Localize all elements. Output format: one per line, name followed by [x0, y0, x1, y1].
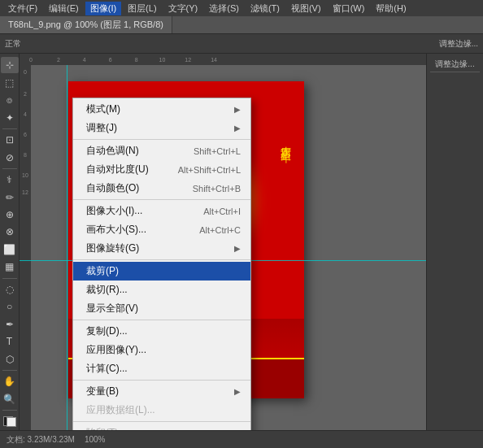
tool-separator-2	[2, 168, 17, 169]
right-panel: 调整边缘...	[426, 54, 483, 430]
dropdown-menu: 模式(M) ▶ 调整(J) ▶ 自动色调(N) Shift+Ctrl+L 自动对…	[72, 98, 251, 430]
menu-item-rotate-arrow: ▶	[234, 244, 241, 253]
ruler-top: 0 2 4 6 8 10 12 14	[20, 54, 426, 65]
tool-separator-1	[2, 128, 17, 129]
menu-item-variables-label: 变量(B)	[86, 385, 119, 398]
menu-select[interactable]: 选择(S)	[204, 2, 244, 15]
menu-item-canvas-size-label: 画布大小(S)...	[86, 223, 146, 237]
color-swatch[interactable]	[3, 416, 16, 427]
menu-item-auto-tone[interactable]: 自动色调(N) Shift+Ctrl+L	[73, 141, 250, 160]
menu-file[interactable]: 文件(F)	[3, 2, 42, 15]
tool-dodge[interactable]: ○	[1, 298, 19, 315]
menu-item-apply-data: 应用数据组(L)...	[73, 401, 250, 420]
menu-item-image-size-label: 图像大小(I)...	[86, 204, 142, 218]
menu-bar: 文件(F) 编辑(E) 图像(I) 图层(L) 文字(Y) 选择(S) 滤镜(T…	[0, 0, 483, 16]
side-text-year-label: 农历丁酉年	[278, 138, 293, 146]
menu-item-image-size-shortcut: Alt+Ctrl+I	[203, 207, 241, 216]
menu-text[interactable]: 文字(Y)	[163, 2, 203, 15]
menu-item-duplicate-label: 复制(D)...	[86, 324, 128, 338]
menu-section-1: 模式(M) ▶ 调整(J) ▶	[73, 98, 250, 140]
menu-section-7: 陷印(T)...	[73, 422, 250, 430]
menu-item-crop[interactable]: 裁剪(P)	[73, 262, 250, 281]
main-area: ⊹ ⬚ ⌾ ✦ ⊡ ⊘ ⚕ ✏ ⊕ ⊗ ⬜ ▦ ◌ ○ ✒ T ⬡ ✋ 🔍 0 …	[0, 54, 483, 430]
menu-item-apply-image[interactable]: 应用图像(Y)...	[73, 341, 250, 359]
menu-help[interactable]: 帮助(H)	[371, 2, 411, 15]
status-zoom: 100%	[85, 435, 106, 444]
menu-item-auto-contrast-shortcut: Alt+Shift+Ctrl+L	[178, 165, 241, 175]
menu-item-reveal[interactable]: 显示全部(V)	[73, 299, 250, 318]
menu-section-4: 裁剪(P) 裁切(R)... 显示全部(V)	[73, 260, 250, 320]
menu-section-5: 复制(D)... 应用图像(Y)... 计算(C)...	[73, 320, 250, 381]
menu-item-auto-color[interactable]: 自动颜色(O) Shift+Ctrl+B	[73, 179, 250, 198]
tool-pen[interactable]: ✒	[1, 316, 19, 333]
menu-item-mode-arrow: ▶	[234, 105, 241, 114]
background-color[interactable]	[7, 417, 16, 427]
tool-heal[interactable]: ⚕	[1, 172, 19, 188]
menu-item-adjust[interactable]: 调整(J) ▶	[73, 119, 250, 137]
menu-view[interactable]: 视图(V)	[286, 2, 326, 15]
active-tab[interactable]: T68nL_9.png @ 100% (图层 1, RGB/8)	[0, 16, 172, 33]
tool-zoom[interactable]: 🔍	[1, 390, 19, 407]
card-side-text: 农历丁酉年	[278, 138, 293, 146]
menu-item-auto-color-shortcut: Shift+Ctrl+B	[193, 184, 241, 194]
menu-item-reveal-label: 显示全部(V)	[86, 302, 138, 315]
status-bar: 文档: 3.23M/3.23M 100%	[0, 430, 483, 448]
panel-title: 调整边缘...	[430, 57, 480, 72]
menu-item-calculations[interactable]: 计算(C)...	[73, 359, 250, 378]
menu-item-mode-label: 模式(M)	[86, 102, 120, 116]
tool-separator-5	[2, 410, 17, 411]
menu-item-auto-tone-label: 自动色调(N)	[86, 144, 139, 158]
menu-item-auto-tone-shortcut: Shift+Ctrl+L	[194, 146, 241, 156]
menu-item-variables[interactable]: 变量(B) ▶	[73, 382, 250, 401]
menu-item-rotate-label: 图像旋转(G)	[86, 241, 139, 255]
menu-item-duplicate[interactable]: 复制(D)...	[73, 322, 250, 341]
tool-eyedrop[interactable]: ⊘	[1, 149, 19, 165]
tool-text[interactable]: T	[1, 333, 19, 350]
menu-item-calculations-label: 计算(C)...	[86, 362, 128, 376]
tool-hand[interactable]: ✋	[1, 373, 19, 389]
menu-item-apply-data-label: 应用数据组(L)...	[86, 403, 155, 417]
menu-layer[interactable]: 图层(L)	[123, 2, 161, 15]
menu-item-auto-contrast-label: 自动对比度(U)	[86, 163, 149, 176]
adjust-label[interactable]: 调整边缘...	[439, 38, 478, 50]
options-bar: 正常 调整边缘...	[0, 34, 483, 54]
tab-bar: T68nL_9.png @ 100% (图层 1, RGB/8)	[0, 16, 483, 34]
tool-separator-3	[2, 278, 17, 279]
tool-brush[interactable]: ✏	[1, 189, 19, 205]
menu-item-trap-label: 陷印(T)...	[86, 426, 126, 430]
menu-filter[interactable]: 滤镜(T)	[246, 2, 285, 15]
menu-item-auto-contrast[interactable]: 自动对比度(U) Alt+Shift+Ctrl+L	[73, 160, 250, 179]
menu-item-trim-label: 裁切(R)...	[86, 283, 128, 297]
tool-crop[interactable]: ⊡	[1, 132, 19, 148]
menu-item-canvas-size[interactable]: 画布大小(S)... Alt+Ctrl+C	[73, 220, 250, 239]
menu-item-canvas-size-shortcut: Alt+Ctrl+C	[199, 225, 241, 235]
menu-edit[interactable]: 编辑(E)	[44, 2, 84, 15]
tool-lasso[interactable]: ⌾	[1, 92, 19, 108]
tool-blur[interactable]: ◌	[1, 281, 19, 298]
tool-history[interactable]: ⊗	[1, 224, 19, 240]
menu-item-mode[interactable]: 模式(M) ▶	[73, 100, 250, 119]
tool-move[interactable]: ⊹	[1, 57, 19, 73]
menu-item-trim[interactable]: 裁切(R)...	[73, 281, 250, 299]
tool-gradient[interactable]: ▦	[1, 259, 19, 275]
menu-item-rotate[interactable]: 图像旋转(G) ▶	[73, 239, 250, 258]
ruler-left: 0 2 4 6 8 10 12	[20, 65, 31, 430]
tool-magic[interactable]: ✦	[1, 109, 19, 125]
tool-eraser[interactable]: ⬜	[1, 241, 19, 258]
tool-clone[interactable]: ⊕	[1, 207, 19, 223]
menu-section-6: 变量(B) ▶ 应用数据组(L)...	[73, 381, 250, 422]
menu-window[interactable]: 窗口(W)	[328, 2, 370, 15]
menu-item-auto-color-label: 自动颜色(O)	[86, 181, 139, 195]
toolbar: ⊹ ⬚ ⌾ ✦ ⊡ ⊘ ⚕ ✏ ⊕ ⊗ ⬜ ▦ ◌ ○ ✒ T ⬡ ✋ 🔍	[0, 54, 20, 430]
menu-item-apply-image-label: 应用图像(Y)...	[86, 343, 146, 357]
menu-item-variables-arrow: ▶	[234, 387, 241, 396]
menu-item-image-size[interactable]: 图像大小(I)... Alt+Ctrl+I	[73, 202, 250, 220]
menu-item-trap: 陷印(T)...	[73, 424, 250, 430]
guideline-vertical	[67, 65, 67, 430]
menu-item-crop-label: 裁剪(P)	[86, 264, 119, 278]
tool-separator-4	[2, 370, 17, 371]
tool-shape[interactable]: ⬡	[1, 351, 19, 368]
menu-image[interactable]: 图像(I)	[85, 2, 121, 15]
menu-item-adjust-arrow: ▶	[234, 124, 241, 133]
tool-select[interactable]: ⬚	[1, 74, 19, 90]
